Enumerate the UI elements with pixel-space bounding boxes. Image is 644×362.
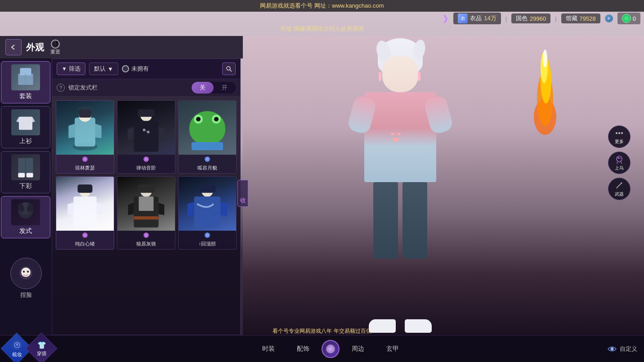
tab-top[interactable]: 上衫	[1, 106, 50, 148]
tab-hair-label: 发式	[19, 227, 32, 235]
bottom-right: 自定义	[607, 344, 644, 354]
svg-point-31	[143, 129, 146, 131]
sep1: |	[505, 15, 507, 22]
svg-rect-36	[78, 184, 93, 192]
jade-icon	[622, 14, 631, 23]
add-currency-btn[interactable]: +	[605, 14, 613, 22]
back-button[interactable]	[5, 39, 22, 55]
tab-accessory[interactable]: 配饰	[287, 341, 319, 357]
search-button[interactable]	[222, 63, 236, 75]
svg-rect-41	[139, 197, 154, 211]
tab-bottom[interactable]: 下彩	[1, 151, 50, 193]
tab-fashion[interactable]: 时装	[252, 341, 285, 357]
weapon-btn[interactable]: 武器	[608, 178, 631, 200]
svg-line-23	[230, 70, 232, 72]
svg-rect-43	[194, 197, 221, 228]
reset-icon: ↺	[51, 40, 60, 49]
item-5[interactable]: 狼原灰骑	[117, 176, 175, 250]
char-side-actions: 更多 上马 武器	[608, 125, 631, 200]
weapon-icon	[614, 180, 624, 190]
svg-rect-12	[27, 173, 33, 178]
panel-title: 外观	[26, 41, 44, 54]
svg-rect-44	[199, 184, 216, 192]
tab-top-label: 上衫	[19, 137, 32, 145]
toggle-on-btn[interactable]: 开	[214, 82, 236, 94]
svg-point-20	[23, 270, 25, 273]
reset-button[interactable]: ↺ 重置	[50, 40, 60, 55]
item-6[interactable]: ↑回顶部	[178, 176, 237, 250]
items-grid-inner: 琼林萧瑟	[56, 100, 237, 250]
svg-rect-29	[134, 121, 159, 152]
svg-point-52	[611, 347, 614, 350]
custom-btn[interactable]: 自定义	[607, 344, 637, 354]
sep2: |	[555, 15, 556, 22]
item-6-label: ↑回顶部	[179, 241, 236, 247]
outfit-btn[interactable]: 👕 穿搭	[29, 336, 54, 361]
expand-arrow[interactable]: ❯	[442, 13, 449, 23]
makeup-icon	[12, 340, 22, 350]
tab-peripheral[interactable]: 周边	[342, 341, 374, 357]
collapse-button[interactable]: 收	[237, 180, 248, 207]
bottom-left-btns: 梳妆 👕 穿搭	[0, 336, 54, 361]
lock-label: 锁定发式栏	[68, 84, 98, 92]
dot-4	[82, 232, 88, 238]
item-4[interactable]: 纯白心绪	[56, 176, 114, 250]
item-2[interactable]: 律动音阶	[117, 100, 175, 174]
category-tabs: 套装 上衫 下彩	[0, 58, 52, 335]
suit-preview	[11, 64, 40, 90]
dot-5	[143, 232, 149, 238]
outfit-icon: 👕	[37, 341, 46, 349]
clothes-icon: 衣	[458, 13, 468, 23]
toggle-group: 关 开	[192, 82, 236, 94]
dot-6	[205, 232, 210, 238]
tab-suit[interactable]: 套装	[1, 61, 50, 103]
item-3[interactable]: 呱容月貌	[178, 100, 237, 174]
radio-icon	[122, 65, 129, 72]
face-edit-area: 捏脸	[0, 258, 52, 299]
svg-rect-30	[138, 109, 155, 116]
flame-effect	[527, 45, 563, 144]
dot-1	[82, 156, 88, 162]
face-edit-btn[interactable]	[10, 258, 42, 289]
items-grid: 琼林萧瑟	[52, 97, 240, 335]
item-3-label: 呱容月貌	[179, 165, 236, 171]
dropdown-icon: ▼	[107, 66, 113, 72]
top-preview	[11, 109, 40, 135]
svg-rect-40	[134, 216, 159, 219]
svg-point-46	[618, 132, 620, 134]
lock-bar: ? 锁定发式栏 关 开	[52, 79, 240, 97]
mount-btn[interactable]: 上马	[608, 152, 631, 174]
svg-point-22	[227, 67, 230, 70]
svg-point-32	[147, 131, 150, 134]
unowned-toggle[interactable]: 未拥有	[122, 65, 149, 73]
svg-point-51	[16, 343, 18, 346]
filter-button[interactable]: ▼ 筛选	[57, 63, 85, 75]
item-5-label: 狼原灰骑	[117, 241, 175, 247]
frog-head	[189, 111, 225, 145]
svg-rect-39	[138, 184, 155, 192]
item-1[interactable]: 琼林萧瑟	[56, 100, 114, 174]
svg-rect-35	[73, 197, 96, 228]
svg-point-48	[618, 157, 619, 159]
svg-point-4	[543, 49, 547, 67]
svg-point-45	[616, 132, 617, 134]
item-2-label: 律动音阶	[117, 165, 175, 171]
horse-icon	[614, 154, 624, 164]
svg-point-47	[621, 132, 623, 134]
more-btn[interactable]: 更多	[608, 125, 631, 148]
bottom-tabs: 时装 配饰 周边 玄甲	[54, 340, 607, 358]
help-icon[interactable]: ?	[57, 84, 65, 92]
toggle-off-btn[interactable]: 关	[192, 82, 214, 94]
sort-select[interactable]: 默认 ▼	[89, 63, 118, 75]
item-1-label: 琼林萧瑟	[56, 165, 114, 171]
panel-header: 外观 ↺ 重置	[0, 36, 243, 58]
dot-3	[205, 156, 210, 162]
tab-suit-label: 套装	[19, 92, 32, 100]
stat-row: ❯ 衣 衣品 14万 | 国色 29960 | 馆藏 79528 + 0	[442, 13, 640, 24]
tab-armor[interactable]: 玄甲	[376, 341, 409, 357]
tab-hair[interactable]: 发式	[1, 196, 50, 238]
more-icon	[615, 129, 624, 138]
character-silhouette	[315, 29, 486, 335]
currency-national: 国色 29960	[511, 13, 550, 23]
ad-bar: 网易游戏就选看个号 网址：www.kangchao.com	[0, 0, 644, 12]
